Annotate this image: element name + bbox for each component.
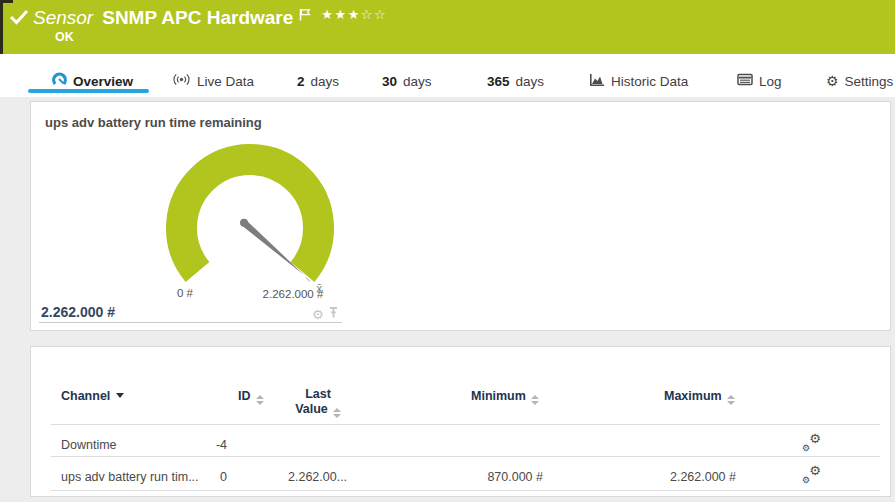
channel-settings-gears-icon[interactable]: ⚙⚙	[802, 466, 821, 483]
tab-live-data[interactable]: Live Data	[172, 70, 254, 92]
status-badge: OK	[55, 30, 74, 44]
tab-label: days	[516, 74, 545, 89]
column-label: Minimum	[471, 389, 526, 403]
window-edge	[0, 0, 13, 3]
tab-number: 2	[297, 74, 305, 89]
battery-runtime-gauge: x̄	[100, 143, 400, 313]
sort-desc-icon	[116, 393, 124, 398]
pin-icon[interactable]	[328, 305, 339, 323]
gear-icon: ⚙	[826, 74, 839, 88]
tab-number: 365	[487, 74, 510, 89]
priority-stars[interactable]: ★★★☆☆	[321, 7, 387, 22]
gauge-icon	[52, 72, 67, 90]
gauge-settings-gear-icon[interactable]: ⚙	[312, 308, 324, 321]
gauge-needle	[242, 220, 304, 275]
tab-number: 30	[382, 74, 397, 89]
tab-historic-data[interactable]: Historic Data	[589, 70, 688, 92]
cell-minimum: 870.000 #	[443, 470, 543, 484]
sort-icon	[333, 408, 341, 418]
cell-id: -4	[147, 438, 227, 452]
tab-2-days[interactable]: 2 days	[297, 70, 339, 92]
tab-settings[interactable]: ⚙ Settings	[826, 70, 893, 92]
column-label: ID	[238, 389, 251, 403]
column-header-maximum[interactable]: Maximum	[664, 389, 735, 405]
gauge-min-label: 0 #	[155, 287, 215, 299]
window-edge	[0, 0, 3, 54]
tab-30-days[interactable]: 30 days	[382, 70, 432, 92]
column-label: Last	[305, 387, 331, 401]
gauge-arc	[182, 160, 319, 273]
gauge-panel: ups adv battery run time remaining x̄ 0 …	[30, 101, 891, 331]
column-header-channel[interactable]: Channel	[61, 389, 124, 403]
column-label: Channel	[61, 389, 110, 403]
sensor-header: Sensor SNMP APC Hardware ★★★☆☆ OK	[0, 0, 895, 54]
tab-label: Historic Data	[611, 74, 688, 89]
tab-label: days	[311, 74, 340, 89]
sort-icon	[727, 395, 735, 405]
tab-bar: Overview Live Data 2 days 30 days 365 da…	[0, 54, 895, 97]
status-check-icon	[9, 9, 29, 30]
column-header-id[interactable]: ID	[238, 389, 264, 405]
divider	[51, 456, 880, 457]
page-title: SNMP APC Hardware	[102, 6, 293, 30]
channel-settings-gears-icon[interactable]: ⚙⚙	[802, 434, 821, 451]
tab-label: Overview	[73, 74, 133, 89]
sort-icon	[531, 395, 539, 405]
cell-last-value: 2.262.00...	[288, 470, 378, 484]
gauge-title: ups adv battery run time remaining	[45, 115, 262, 130]
live-broadcast-icon	[172, 73, 191, 89]
divider	[51, 490, 880, 491]
tab-label: Log	[759, 74, 782, 89]
cell-maximum: 2.262.000 #	[616, 470, 736, 484]
column-label: Maximum	[664, 389, 722, 403]
column-label: Value	[295, 402, 328, 416]
gauge-mean-tick	[306, 278, 310, 282]
gauge-needle-hub	[240, 219, 248, 227]
tab-label: Settings	[845, 74, 894, 89]
column-header-minimum[interactable]: Minimum	[471, 389, 539, 405]
tab-label: Live Data	[197, 74, 254, 89]
divider	[51, 424, 880, 425]
object-kind-label: Sensor	[33, 6, 93, 30]
prtg-sensor-page: { "header": { "kind": "Sensor", "title":…	[0, 0, 895, 502]
current-value: 2.262.000 #	[41, 304, 115, 320]
column-header-last-value[interactable]: Last Value	[283, 387, 353, 418]
historic-chart-icon	[589, 73, 605, 90]
log-list-icon	[737, 73, 753, 89]
sort-icon	[256, 395, 264, 405]
tab-365-days[interactable]: 365 days	[487, 70, 544, 92]
active-tab-underline	[28, 89, 149, 93]
tab-log[interactable]: Log	[737, 70, 782, 92]
flag-icon	[299, 7, 311, 25]
cell-id: 0	[147, 470, 227, 484]
channel-table-panel: Channel ID Last Value Minimum Maximum Do…	[30, 346, 891, 497]
tab-label: days	[403, 74, 432, 89]
gauge-max-label: 2.262.000 #	[253, 288, 333, 300]
divider	[39, 322, 342, 323]
